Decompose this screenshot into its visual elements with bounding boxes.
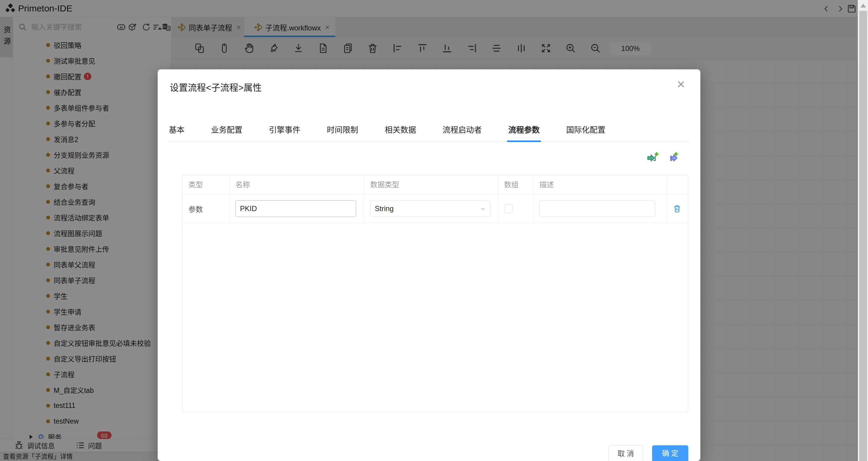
chevron-down-icon bbox=[480, 206, 486, 212]
scrollbar-up-icon[interactable] bbox=[861, 4, 866, 7]
tab-process-parameters[interactable]: 流程参数 bbox=[508, 124, 540, 142]
col-header-type: 类型 bbox=[182, 175, 229, 194]
table-header-row: 类型 名称 数据类型 数组 描述 bbox=[182, 175, 688, 195]
process-properties-dialog: × 设置流程<子流程>属性 基本 业务配置 引擎事件 时间限制 相关数据 流程启… bbox=[158, 69, 701, 461]
tab-related-data[interactable]: 相关数据 bbox=[385, 124, 416, 142]
window-scrollbar[interactable] bbox=[858, 0, 868, 461]
col-header-actions bbox=[666, 175, 688, 194]
tab-business-config[interactable]: 业务配置 bbox=[211, 124, 242, 142]
add-output-parameter-icon[interactable] bbox=[666, 151, 680, 165]
tab-i18n-config[interactable]: 国际化配置 bbox=[566, 124, 606, 142]
col-header-array: 数组 bbox=[498, 175, 533, 194]
param-description-input[interactable] bbox=[539, 200, 655, 217]
tab-process-initiator[interactable]: 流程启动者 bbox=[443, 124, 482, 142]
delete-row-icon[interactable] bbox=[673, 204, 682, 213]
param-type: 参数 bbox=[188, 204, 203, 214]
add-input-parameter-icon[interactable] bbox=[646, 151, 659, 165]
dialog-tab-bar: 基本 业务配置 引擎事件 时间限制 相关数据 流程启动者 流程参数 国际化配置 bbox=[169, 124, 689, 142]
tab-basic[interactable]: 基本 bbox=[169, 124, 185, 142]
col-header-name: 名称 bbox=[229, 175, 364, 194]
cancel-button[interactable]: 取 消 bbox=[609, 445, 643, 461]
parameters-table: 类型 名称 数据类型 数组 描述 参数 String bbox=[182, 175, 688, 412]
scrollbar-thumb[interactable] bbox=[859, 11, 867, 461]
table-row: 参数 String bbox=[182, 195, 688, 223]
close-icon[interactable]: × bbox=[677, 77, 685, 91]
ok-button[interactable]: 确 定 bbox=[652, 445, 688, 461]
param-name-input[interactable] bbox=[236, 200, 356, 217]
param-array-checkbox[interactable] bbox=[504, 205, 513, 213]
param-datatype-select[interactable]: String bbox=[370, 200, 490, 217]
col-header-datatype: 数据类型 bbox=[364, 175, 498, 194]
col-header-description: 描述 bbox=[533, 175, 666, 194]
dialog-title: 设置流程<子流程>属性 bbox=[170, 80, 262, 93]
tab-engine-events[interactable]: 引擎事件 bbox=[269, 124, 300, 142]
tab-time-limit[interactable]: 时间限制 bbox=[327, 124, 358, 142]
